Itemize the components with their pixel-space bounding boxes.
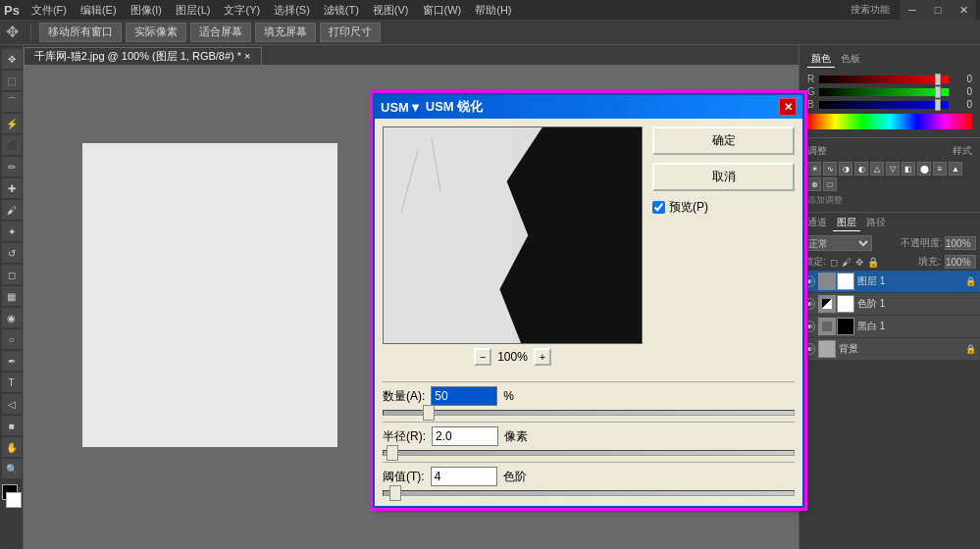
hand-tool[interactable]: ✋	[2, 437, 22, 457]
green-slider[interactable]	[819, 88, 949, 96]
red-slider[interactable]	[819, 75, 949, 83]
threshold-param-row: 阈值(T): 色阶	[375, 467, 802, 506]
menu-window[interactable]: 窗口(W)	[417, 2, 468, 19]
eyedropper-tool[interactable]: ✏	[2, 157, 22, 176]
blue-slider[interactable]	[819, 101, 949, 109]
fill-screen-btn[interactable]: 填充屏幕	[255, 23, 316, 42]
colorbal-adj-icon[interactable]: ▽	[886, 162, 900, 175]
menu-image[interactable]: 图像(I)	[125, 2, 168, 19]
layer-row-1[interactable]: 👁 图层 1 🔒	[799, 271, 980, 292]
lock-all-icon[interactable]: 🔒	[867, 257, 879, 268]
blur-tool[interactable]: ◉	[2, 308, 22, 327]
dodge-tool[interactable]: ○	[2, 329, 22, 349]
gradient-tool[interactable]: ▦	[2, 286, 22, 306]
color-tab[interactable]: 颜色	[807, 51, 835, 68]
zoom-plus-button[interactable]: +	[534, 348, 551, 366]
brightness-adj-icon[interactable]: ☀	[807, 162, 821, 175]
print-size-btn[interactable]: 打印尺寸	[320, 23, 381, 42]
zoom-minus-button[interactable]: −	[474, 348, 491, 366]
usm-close-button[interactable]: ✕	[779, 98, 797, 116]
crop-tool[interactable]: ⬛	[2, 135, 22, 155]
exposure-adj-icon[interactable]: ◑	[839, 162, 852, 175]
green-channel-row: G 0	[807, 86, 972, 97]
path-select-tool[interactable]: ◁	[2, 394, 22, 414]
color-tabs: 颜色 色板	[803, 49, 976, 70]
menu-filter[interactable]: 滤镜(T)	[318, 2, 365, 19]
usm-preview-canvas[interactable]	[383, 126, 643, 344]
radius-input[interactable]	[432, 426, 498, 446]
lock-transparency-icon[interactable]: ◻	[830, 257, 838, 268]
lock-paint-icon[interactable]: 🖌	[842, 257, 851, 268]
minimize-button[interactable]: ─	[900, 0, 925, 20]
amount-input[interactable]	[431, 386, 497, 406]
layers-tab-paths[interactable]: 路径	[862, 215, 890, 231]
zoom-tool[interactable]: 🔍	[2, 459, 22, 478]
pen-tool[interactable]: ✒	[2, 351, 22, 371]
layer-1-visibility[interactable]: 👁	[803, 275, 815, 287]
menu-edit[interactable]: 编辑(E)	[75, 2, 123, 19]
blend-mode-select[interactable]: 正常	[803, 235, 872, 251]
photo-adj-icon[interactable]: ⬤	[917, 162, 931, 175]
fit-screen-btn[interactable]: 适合屏幕	[190, 23, 251, 42]
radius-slider[interactable]	[383, 450, 795, 456]
color-spectrum[interactable]	[807, 114, 972, 129]
vibrance-adj-icon[interactable]: ◐	[854, 162, 868, 175]
actual-pixels-btn[interactable]: 实际像素	[126, 23, 186, 42]
opacity-input[interactable]	[945, 236, 976, 250]
layer-bw-visibility[interactable]: 👁	[803, 321, 815, 332]
fill-input[interactable]	[945, 255, 976, 269]
layer-row-bw[interactable]: 👁 黑白 1	[799, 316, 980, 337]
toolbar: ✥ 移动所有窗口 实际像素 适合屏幕 填充屏幕 打印尺寸	[0, 20, 980, 45]
layer-levels-visibility[interactable]: 👁	[803, 298, 815, 310]
layer-row-levels[interactable]: 👁 色阶 1	[799, 293, 980, 315]
quick-select-tool[interactable]: ⚡	[2, 114, 22, 133]
healing-tool[interactable]: ✚	[2, 178, 22, 198]
threshold-slider[interactable]	[383, 490, 795, 496]
levels-adj-icon[interactable]: ▲	[949, 162, 962, 175]
move-tool[interactable]: ✥	[2, 49, 22, 69]
menu-text[interactable]: 文字(Y)	[218, 2, 266, 19]
clone-tool[interactable]: ✦	[2, 222, 22, 241]
menu-layer[interactable]: 图层(L)	[170, 2, 216, 19]
layers-tab-channels[interactable]: 通道	[803, 215, 831, 231]
swatches-tab[interactable]: 色板	[837, 51, 864, 68]
usm-preview-checkbox[interactable]	[652, 201, 665, 214]
threshold-input[interactable]	[431, 467, 497, 486]
usm-preview-label[interactable]: 预览(P)	[669, 199, 708, 216]
menu-help[interactable]: 帮助(H)	[469, 2, 517, 19]
layer-row-bg[interactable]: 👁 背景 🔒	[799, 338, 980, 360]
divider-1	[383, 381, 795, 382]
menu-select[interactable]: 选择(S)	[268, 2, 316, 19]
all-windows-btn[interactable]: 移动所有窗口	[39, 23, 122, 42]
menu-view[interactable]: 视图(V)	[367, 2, 415, 19]
adjustment-section: 调整 样式 ☀ ∿ ◑ ◐ △ ▽ ◧ ⬤ ≡ ▲ ⊗ □ 添加调整	[799, 138, 980, 213]
marquee-tool[interactable]: ⬚	[2, 71, 22, 90]
channel-adj-icon[interactable]: ≡	[933, 162, 947, 175]
usm-confirm-button[interactable]: 确定	[652, 126, 795, 155]
lock-move-icon[interactable]: ✥	[855, 257, 863, 268]
hsl-adj-icon[interactable]: △	[870, 162, 884, 175]
layers-tab-layers[interactable]: 图层	[833, 215, 860, 231]
layers-blend-row: 正常 不透明度:	[799, 233, 980, 253]
close-button[interactable]: ✕	[951, 0, 976, 20]
document-tab[interactable]: 千库网-猫2.jpg @ 100% (图层 1, RGB/8#) * ×	[24, 47, 262, 65]
invert-adj-icon[interactable]: ⊗	[807, 177, 821, 191]
lasso-tool[interactable]: ⌒	[2, 92, 22, 112]
menu-file[interactable]: 文件(F)	[26, 2, 73, 19]
preview-image	[384, 127, 642, 343]
type-tool[interactable]: T	[2, 373, 22, 392]
amount-slider[interactable]	[383, 410, 795, 416]
maximize-button[interactable]: □	[925, 0, 951, 20]
eraser-tool[interactable]: ◻	[2, 265, 22, 284]
brush-tool[interactable]: 🖌	[2, 200, 22, 220]
shape-tool[interactable]: ■	[2, 416, 22, 435]
layer-bg-visibility[interactable]: 👁	[803, 343, 815, 355]
usm-cancel-button[interactable]: 取消	[652, 163, 795, 191]
background-color[interactable]	[6, 492, 22, 508]
history-brush[interactable]: ↺	[2, 243, 22, 263]
curves-adj-icon[interactable]: ∿	[823, 162, 837, 175]
search-bar[interactable]: 搜索功能	[851, 3, 898, 17]
poster-adj-icon[interactable]: □	[823, 177, 837, 191]
layer-1-name: 图层 1	[857, 274, 962, 288]
bw-adj-icon[interactable]: ◧	[902, 162, 915, 175]
